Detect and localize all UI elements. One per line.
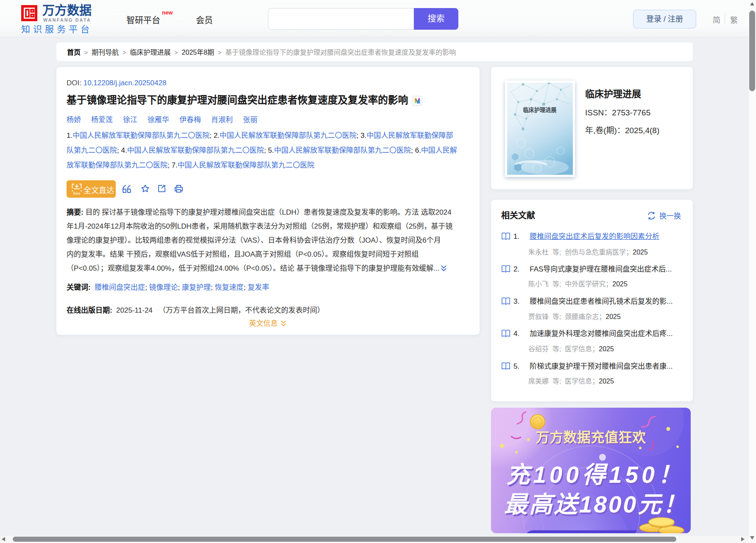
svg-text:临床护理进展: 临床护理进展 <box>523 106 557 113</box>
svg-text:free: free <box>73 191 80 196</box>
